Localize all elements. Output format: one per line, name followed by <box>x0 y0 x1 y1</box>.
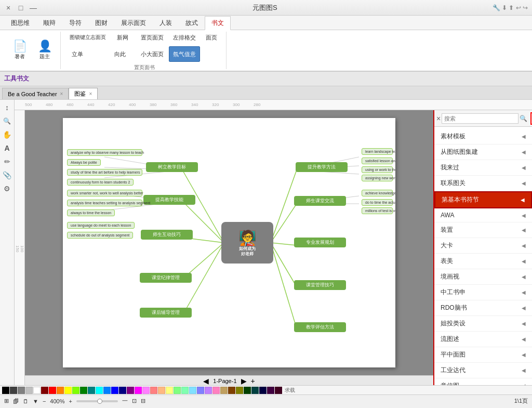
tool-draw[interactable]: ✏ <box>2 156 13 167</box>
zoom-out-btn[interactable]: − <box>43 398 46 404</box>
swatch-orange[interactable] <box>57 387 64 394</box>
swatch-pink[interactable] <box>142 387 150 394</box>
view-toggle1[interactable]: ⊡ <box>132 398 137 404</box>
tool-attach[interactable]: 📎 <box>2 169 13 181</box>
tab-shunbian[interactable]: 顺辩 <box>36 16 62 30</box>
swatch-mint[interactable] <box>181 387 189 394</box>
swatch-lavender[interactable] <box>197 387 204 394</box>
view-dropdown[interactable]: ▼ <box>33 398 38 404</box>
swatch-teal[interactable] <box>88 387 95 394</box>
doc-tab-active[interactable]: 图鉴 × <box>69 88 98 99</box>
tool-text[interactable]: A <box>2 142 13 154</box>
swatch-purple[interactable] <box>127 387 134 394</box>
btn-mianya[interactable]: 面页 <box>201 30 222 45</box>
swatch-darkgreen[interactable] <box>244 387 251 394</box>
btn-zuopai[interactable]: 左排格交 <box>169 30 200 45</box>
swatch-darkred[interactable] <box>41 387 48 394</box>
panel-item-9[interactable]: 境画视 ◀ <box>434 269 532 285</box>
swatch-blue[interactable] <box>111 387 118 394</box>
panel-item-16[interactable]: 意信图 ◀ <box>434 378 532 385</box>
swatch-green[interactable] <box>80 387 87 394</box>
panel-item-11[interactable]: RDO脑书 ◀ <box>434 300 532 316</box>
page-nav-prev[interactable]: ◀ <box>203 377 209 385</box>
view-icon[interactable]: 🗐 <box>13 398 19 404</box>
swatch-olive[interactable] <box>236 387 243 394</box>
swatch-coral[interactable] <box>150 387 157 394</box>
btn-lidan[interactable]: 立单 <box>67 46 88 62</box>
swatch-navy[interactable] <box>119 387 126 394</box>
panel-item-8[interactable]: 表美 ◀ <box>434 254 532 269</box>
btn-tuso[interactable]: 图锁键立志面页 <box>67 30 109 45</box>
swatch-darknavy[interactable] <box>259 387 267 394</box>
view-icon2[interactable]: 🗒 <box>23 398 29 404</box>
btn-fenqi[interactable]: 氛气值意 <box>169 46 200 62</box>
tab-zhanshi[interactable]: 展示面页 <box>114 16 153 30</box>
add-page-btn[interactable]: + <box>251 377 255 385</box>
tab-daofu[interactable]: 导符 <box>62 16 88 30</box>
swatch-darkgray[interactable] <box>10 387 17 394</box>
panel-item-1[interactable]: 从图纸图集建 ◀ <box>434 144 532 160</box>
swatch-black[interactable] <box>2 387 9 394</box>
tool-settings[interactable]: ⚙ <box>2 183 13 194</box>
btn-xiangci[interactable]: 向此 <box>110 46 130 62</box>
swatch-tan[interactable] <box>220 387 228 394</box>
panel-item-12[interactable]: 姐投类设 ◀ <box>434 316 532 332</box>
swatch-darkmagenta[interactable] <box>275 387 282 394</box>
panel-item-3[interactable]: 联系图关 ◀ <box>434 176 532 191</box>
swatch-lime[interactable] <box>72 387 79 394</box>
swatch-lemon[interactable] <box>166 387 173 394</box>
tab-renzhuang[interactable]: 人装 <box>153 16 179 30</box>
swatch-yellow[interactable] <box>64 387 72 394</box>
panel-item-10[interactable]: 中工书申 ◀ <box>434 285 532 300</box>
swatch-brown[interactable] <box>228 387 235 394</box>
btn-shuzhe[interactable]: 📄 暑者 <box>8 37 31 63</box>
tab-gushi[interactable]: 故式 <box>179 16 205 30</box>
document-canvas[interactable]: 🧑‍🏫 如何成为好老师 树立教学目标 提高教学技能 师生互动技巧 课堂纪律管理 … <box>25 110 433 385</box>
tab-siswei[interactable]: 图思维 <box>4 16 36 30</box>
page-grid-icon[interactable]: ⊞ <box>4 398 9 404</box>
tool-arrow[interactable]: ↕ <box>2 102 13 113</box>
swatch-lightgray[interactable] <box>25 387 33 394</box>
maximize-button[interactable]: □ <box>17 4 25 12</box>
doc-tab-be-good-teacher[interactable]: Be a Good Teacher × <box>2 88 69 99</box>
panel-item-14[interactable]: 平中面图 ◀ <box>434 347 532 363</box>
panel-search-input[interactable] <box>442 113 518 124</box>
swatch-cyan[interactable] <box>96 387 103 394</box>
tab-shuwen[interactable]: 书文 <box>205 16 231 30</box>
swatch-gray[interactable] <box>18 387 25 394</box>
panel-item-5[interactable]: AWA ◀ <box>434 208 532 222</box>
swatch-white[interactable] <box>33 387 41 394</box>
page-nav-next[interactable]: ▶ <box>241 377 247 385</box>
panel-item-13[interactable]: 流图述 ◀ <box>434 332 532 347</box>
btn-xinwang[interactable]: 新网 <box>110 30 136 45</box>
panel-close-btn[interactable]: × <box>436 114 441 123</box>
zoom-slider[interactable] <box>76 400 118 402</box>
swatch-magenta[interactable] <box>135 387 142 394</box>
swatch-peach[interactable] <box>158 387 165 394</box>
btn-xiaoda[interactable]: 小大面页 <box>137 46 168 62</box>
swatch-skyblue[interactable] <box>189 387 196 394</box>
zoom-in-btn[interactable]: + <box>69 398 72 404</box>
close-button[interactable]: × <box>4 4 12 12</box>
panel-item-2[interactable]: 我来过 ◀ <box>434 160 532 176</box>
tab-tucai[interactable]: 图财 <box>88 16 114 30</box>
panel-item-15[interactable]: 工业达代 ◀ <box>434 363 532 378</box>
swatch-lightgreen[interactable] <box>174 387 181 394</box>
swatch-darkpurple[interactable] <box>267 387 274 394</box>
doc-tab-close-2[interactable]: × <box>89 91 92 97</box>
view-toggle2[interactable]: ⊟ <box>141 398 145 404</box>
panel-item-7[interactable]: 大卡 ◀ <box>434 238 532 254</box>
btn-tizhu[interactable]: 👤 题主 <box>33 37 56 63</box>
fit-btn[interactable]: 一 <box>122 397 128 405</box>
tool-pan[interactable]: ✋ <box>2 129 13 140</box>
minimize-button[interactable]: — <box>29 4 37 12</box>
btn-zhiye[interactable]: 置页面页 <box>137 30 168 45</box>
doc-tab-close-1[interactable]: × <box>60 91 63 97</box>
panel-item-0[interactable]: 素材模板 ◀ <box>434 129 532 144</box>
panel-item-6[interactable]: 装置 ◀ <box>434 222 532 238</box>
panel-item-4-highlighted[interactable]: 第基本书符节 ◀ <box>434 191 532 208</box>
swatch-lilac[interactable] <box>205 387 212 394</box>
swatch-rose[interactable] <box>212 387 220 394</box>
swatch-red[interactable] <box>49 387 56 394</box>
panel-search-icon[interactable]: 🔍 <box>520 115 527 122</box>
